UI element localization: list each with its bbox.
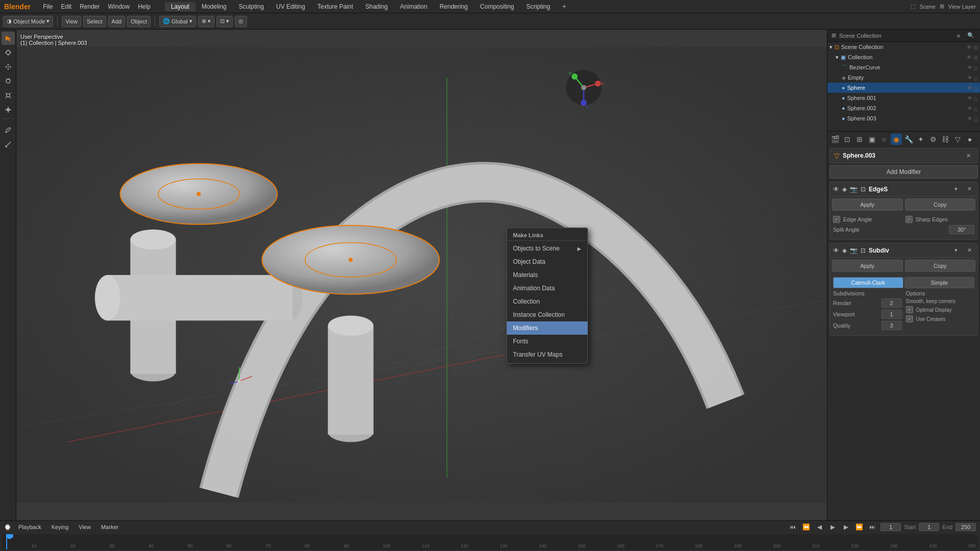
- view-menu-btn[interactable]: View: [62, 16, 81, 27]
- menu-render[interactable]: Render: [76, 2, 104, 11]
- outliner-empty[interactable]: ◈ Empty 👁 △: [827, 72, 980, 83]
- subdiv-render-input[interactable]: [881, 298, 902, 308]
- edges-edit-icon[interactable]: ◈: [842, 186, 847, 193]
- tab-sculpting[interactable]: Sculpting: [233, 2, 270, 11]
- subdiv-copy-btn[interactable]: Copy: [905, 260, 976, 272]
- timeline-playback-btn[interactable]: Playback: [15, 524, 44, 530]
- tab-scripting[interactable]: Scripting: [520, 2, 556, 11]
- props-tab-data[interactable]: ▽: [952, 134, 963, 145]
- subdiv-optimal-check[interactable]: ✓: [906, 306, 913, 313]
- props-tab-render[interactable]: 🎬: [829, 134, 841, 145]
- tab-shading[interactable]: Shading: [359, 2, 394, 11]
- props-tab-constraints[interactable]: ⛓: [940, 134, 951, 145]
- tl-jump-end-btn[interactable]: ⏩: [854, 522, 864, 532]
- add-menu-btn[interactable]: Add: [108, 16, 126, 27]
- edges-vis-icon[interactable]: 👁: [833, 186, 839, 193]
- props-tab-material[interactable]: ●: [964, 134, 975, 145]
- subdiv-vis-icon[interactable]: 👁: [833, 247, 839, 254]
- outliner-search-btn[interactable]: 🔍: [966, 31, 976, 41]
- edges-expand-btn[interactable]: ▾: [951, 184, 961, 194]
- subdiv-apply-btn[interactable]: Apply: [832, 260, 903, 272]
- tl-play-btn[interactable]: ▶: [827, 522, 838, 532]
- timeline-marker-btn[interactable]: Marker: [98, 524, 121, 530]
- outliner-bezier[interactable]: ⌒ BezierCurve 👁 △: [827, 62, 980, 72]
- props-tab-output[interactable]: ⊡: [842, 134, 853, 145]
- move-tool-btn[interactable]: [2, 60, 15, 73]
- outliner-filter-btn[interactable]: ≡: [953, 31, 964, 41]
- viewport[interactable]: User Perspective (1) Collection | Sphere…: [16, 30, 827, 520]
- transform-tool-btn[interactable]: [2, 103, 15, 116]
- object-menu-btn[interactable]: Object: [127, 16, 151, 27]
- tab-texture-paint[interactable]: Texture Paint: [311, 2, 359, 11]
- timeline-ruler[interactable]: 10 20 30 40 50 60 70 80 90 100 110 120 1…: [2, 534, 978, 549]
- measure-tool-btn[interactable]: [2, 138, 15, 151]
- select-tool-btn[interactable]: [2, 32, 15, 45]
- props-tab-scene[interactable]: ▣: [866, 134, 877, 145]
- add-modifier-btn[interactable]: Add Modifier: [829, 165, 978, 179]
- proportional-btn[interactable]: ◎: [235, 16, 247, 27]
- menu-help[interactable]: Help: [134, 2, 155, 11]
- props-tab-physics[interactable]: ⚙: [927, 134, 939, 145]
- outliner-sphere[interactable]: ● Sphere 👁 △: [827, 83, 980, 93]
- pivot-btn[interactable]: ⊕ ▾: [198, 16, 214, 27]
- outliner-scene-collection[interactable]: ▾ ⊡ Scene Collection 👁 ◎: [827, 42, 980, 52]
- tl-jump-start-btn[interactable]: ⏪: [801, 522, 811, 532]
- cursor-tool-btn[interactable]: [2, 46, 15, 59]
- edges-menu-btn[interactable]: ✕: [964, 184, 974, 194]
- tab-compositing[interactable]: Compositing: [474, 2, 521, 11]
- menu-window[interactable]: Window: [104, 2, 134, 11]
- tab-rendering[interactable]: Rendering: [433, 2, 474, 11]
- tab-uv-editing[interactable]: UV Editing: [270, 2, 311, 11]
- context-menu-objects-to-scene[interactable]: Objects to Scene ▶: [507, 242, 587, 255]
- subdiv-expand-btn[interactable]: ▾: [951, 245, 961, 256]
- edges-render-icon[interactable]: 📷: [850, 186, 857, 193]
- tab-add[interactable]: +: [556, 2, 572, 11]
- timeline-end-input[interactable]: [955, 523, 976, 531]
- props-tab-view-layer[interactable]: ⊞: [854, 134, 865, 145]
- snap-btn[interactable]: ⊡ ▾: [216, 16, 233, 27]
- props-tab-modifiers[interactable]: 🔧: [903, 134, 914, 145]
- menu-file[interactable]: File: [39, 2, 57, 11]
- context-menu-object-data[interactable]: Object Data: [507, 255, 587, 268]
- timeline-frame-input[interactable]: [880, 523, 901, 531]
- context-menu-collection[interactable]: Collection: [507, 295, 587, 308]
- tl-next-frame-btn[interactable]: ▶: [841, 522, 851, 532]
- props-tab-world[interactable]: ○: [878, 134, 890, 145]
- outliner-sphere003[interactable]: ● Sphere.003 👁 △: [827, 113, 980, 123]
- tl-next-keyframe-btn[interactable]: ⏭: [867, 522, 877, 532]
- annotate-tool-btn[interactable]: [2, 123, 15, 137]
- rotate-tool-btn[interactable]: [2, 74, 15, 88]
- obj-close-btn[interactable]: ✕: [963, 151, 973, 161]
- outliner-sphere001[interactable]: ● Sphere.001 👁 △: [827, 93, 980, 103]
- subdiv-close-btn[interactable]: ✕: [964, 245, 974, 256]
- edges-cage-icon[interactable]: ⊡: [861, 186, 866, 193]
- subdiv-quality-input[interactable]: [881, 321, 902, 330]
- transform-global-btn[interactable]: 🌐 Global ▾: [159, 16, 196, 27]
- context-menu-instance-collection[interactable]: Instance Collection: [507, 308, 587, 321]
- context-menu-modifiers[interactable]: Modifiers: [507, 321, 587, 335]
- edges-angle-check[interactable]: ✓: [833, 216, 840, 223]
- timeline-view-btn[interactable]: View: [76, 524, 94, 530]
- context-menu-animation-data[interactable]: Animation Data: [507, 282, 587, 295]
- subdiv-cage-icon[interactable]: ⊡: [861, 247, 866, 254]
- props-tab-particles[interactable]: ✦: [915, 134, 926, 145]
- context-menu-materials[interactable]: Materials: [507, 268, 587, 282]
- catmull-clark-btn[interactable]: Catmull-Clark: [833, 277, 903, 288]
- tl-prev-keyframe-btn[interactable]: ⏮: [788, 522, 798, 532]
- subdiv-render-icon[interactable]: 📷: [850, 247, 857, 254]
- subdiv-viewport-input[interactable]: [881, 310, 902, 319]
- edges-apply-btn[interactable]: Apply: [832, 198, 903, 211]
- timeline-start-input[interactable]: [919, 523, 939, 531]
- edges-split-input[interactable]: [949, 225, 974, 234]
- context-menu-fonts[interactable]: Fonts: [507, 335, 587, 348]
- select-menu-btn[interactable]: Select: [83, 16, 106, 27]
- context-menu-transfer-uv-maps[interactable]: Transfer UV Maps: [507, 348, 587, 361]
- edges-sharp-check[interactable]: ✓: [905, 216, 913, 223]
- props-tab-object[interactable]: ◉: [891, 134, 902, 145]
- tl-prev-frame-btn[interactable]: ◀: [814, 522, 824, 532]
- outliner-collection[interactable]: ▾ ▣ Collection 👁 ◎: [827, 52, 980, 62]
- tab-layout[interactable]: Layout: [165, 2, 195, 11]
- edges-copy-btn[interactable]: Copy: [905, 198, 976, 211]
- simple-btn[interactable]: Simple: [904, 277, 975, 288]
- mode-selector-btn[interactable]: ◑ Object Mode ▾: [3, 16, 53, 27]
